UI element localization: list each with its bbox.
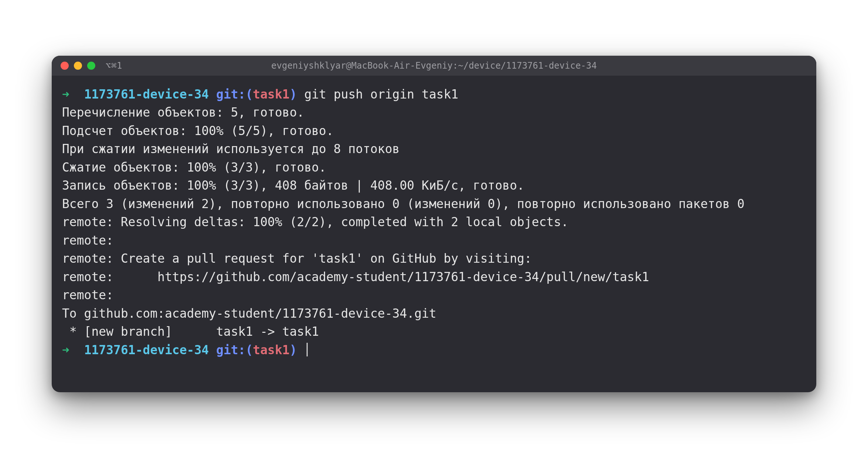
window-title: evgeniyshklyar@MacBook-Air-Evgeniy:~/dev… bbox=[271, 61, 597, 71]
git-suffix: ) bbox=[290, 87, 297, 101]
git-prefix: git:( bbox=[216, 343, 253, 357]
output-line: Всего 3 (изменений 2), повторно использо… bbox=[62, 197, 745, 211]
output-line: Сжатие объектов: 100% (3/3), готово. bbox=[62, 160, 326, 175]
stage: ⌥⌘1 evgeniyshklyar@MacBook-Air-Evgeniy:~… bbox=[0, 0, 868, 459]
git-branch: task1 bbox=[253, 87, 290, 101]
git-branch: task1 bbox=[253, 343, 290, 357]
tab-label[interactable]: ⌥⌘1 bbox=[106, 61, 122, 71]
command-text: git push origin task1 bbox=[304, 87, 458, 101]
output-line: При сжатии изменений используется до 8 п… bbox=[62, 142, 400, 156]
prompt-dir: 1173761-device-34 bbox=[84, 87, 209, 101]
maximize-icon[interactable] bbox=[87, 62, 95, 70]
prompt-arrow: ➜ bbox=[62, 87, 69, 101]
output-line: Подсчет объектов: 100% (5/5), готово. bbox=[62, 124, 334, 138]
output-line: remote: bbox=[62, 288, 113, 302]
titlebar[interactable]: ⌥⌘1 evgeniyshklyar@MacBook-Air-Evgeniy:~… bbox=[52, 56, 816, 76]
output-line: remote: Resolving deltas: 100% (2/2), co… bbox=[62, 215, 568, 229]
terminal-window: ⌥⌘1 evgeniyshklyar@MacBook-Air-Evgeniy:~… bbox=[52, 56, 816, 393]
output-line: remote: bbox=[62, 233, 113, 248]
close-icon[interactable] bbox=[61, 62, 69, 70]
output-line: Запись объектов: 100% (3/3), 408 байтов … bbox=[62, 178, 524, 193]
git-prefix: git:( bbox=[216, 87, 253, 101]
minimize-icon[interactable] bbox=[74, 62, 82, 70]
terminal-body[interactable]: ➜ 1173761-device-34 git:(task1) git push… bbox=[52, 76, 816, 393]
cursor-icon bbox=[307, 343, 308, 356]
output-line: remote: Create a pull request for 'task1… bbox=[62, 251, 532, 266]
prompt-dir: 1173761-device-34 bbox=[84, 343, 209, 357]
traffic-lights bbox=[61, 62, 95, 70]
output-line: remote: https://github.com/academy-stude… bbox=[62, 270, 649, 284]
output-line: * [new branch] task1 -> task1 bbox=[62, 324, 319, 339]
prompt-arrow: ➜ bbox=[62, 343, 69, 357]
git-suffix: ) bbox=[290, 343, 297, 357]
output-line: To github.com:academy-student/1173761-de… bbox=[62, 306, 436, 321]
output-line: Перечисление объектов: 5, готово. bbox=[62, 105, 304, 120]
